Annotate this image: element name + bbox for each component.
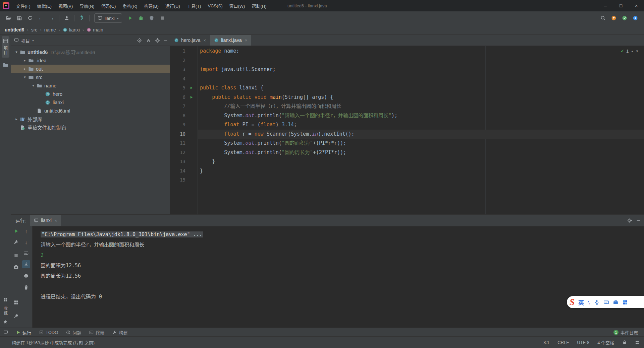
tree-item-out[interactable]: ▸out: [11, 65, 170, 73]
close-icon[interactable]: ×: [55, 218, 57, 223]
menu-item[interactable]: 编辑(E): [34, 0, 55, 11]
menu-item[interactable]: VCS(S): [204, 0, 226, 11]
tree-item-草稿文件和控制台[interactable]: 草稿文件和控制台: [11, 123, 170, 132]
trash-button[interactable]: [22, 283, 30, 291]
update-button[interactable]: [609, 13, 619, 23]
toolwindow-button-运行[interactable]: 运行: [16, 329, 31, 336]
stripe-tab-project[interactable]: 项目: [2, 36, 9, 58]
wrench-button[interactable]: [12, 238, 20, 246]
tool-window-switcher-icon[interactable]: [3, 330, 8, 335]
sync-button[interactable]: [25, 13, 35, 23]
save-button[interactable]: [15, 13, 24, 23]
tree-expand-icon[interactable]: ▸: [22, 67, 28, 71]
menu-item[interactable]: 运行(U): [162, 0, 183, 11]
layout-button[interactable]: [12, 298, 20, 306]
plugin-green-button[interactable]: [620, 13, 629, 23]
toolbox-icon[interactable]: [613, 299, 619, 305]
tree-item-src[interactable]: ▾src: [11, 73, 170, 81]
toolwindow-button-TODO[interactable]: TODO: [39, 330, 58, 335]
gear-icon[interactable]: [155, 38, 160, 43]
gear-icon[interactable]: [627, 218, 632, 223]
tree-expand-icon[interactable]: ▸: [22, 58, 28, 63]
breadcrumb-item-untitled6[interactable]: untitled6: [5, 27, 24, 32]
stripe-favorites-label[interactable]: 收藏: [3, 306, 8, 316]
apps-icon[interactable]: [622, 299, 628, 305]
camera-button[interactable]: [12, 263, 20, 271]
close-button[interactable]: ×: [629, 0, 644, 11]
lock-icon[interactable]: [622, 340, 627, 345]
tree-item-untitled6[interactable]: ▾untitled6D:\java练习\untitled6: [11, 48, 170, 56]
menu-item[interactable]: 重构(R): [119, 0, 141, 11]
down-button[interactable]: ↓: [22, 238, 30, 246]
open-button[interactable]: [4, 13, 13, 23]
printer-button[interactable]: [22, 272, 30, 280]
ime-toolbar[interactable]: S 英 ’,: [567, 296, 644, 308]
mic-icon[interactable]: [594, 299, 600, 305]
star-icon[interactable]: [3, 320, 8, 324]
locate-icon[interactable]: [137, 38, 142, 43]
back-button[interactable]: ←: [36, 13, 46, 23]
run-gutter-icon[interactable]: [188, 83, 194, 93]
breadcrumb-item-src[interactable]: src: [31, 27, 38, 32]
rerun-button[interactable]: [12, 227, 20, 235]
menu-item[interactable]: 工具(T): [183, 0, 205, 11]
tab-hero.java[interactable]: Chero.java×: [170, 35, 210, 46]
breadcrumb-item-lianxi[interactable]: Clianxi: [63, 27, 80, 32]
menu-item[interactable]: 帮助(H): [248, 0, 270, 11]
up-button[interactable]: ↑: [22, 227, 30, 235]
run-config-combo[interactable]: lianxi ▾: [94, 13, 122, 23]
caret-position[interactable]: 8:1: [543, 340, 549, 345]
tree-expand-icon[interactable]: ▾: [30, 83, 36, 88]
tree-item-name[interactable]: ▾name: [11, 81, 170, 90]
menu-item[interactable]: 文件(F): [13, 0, 34, 11]
pin-button[interactable]: [12, 312, 20, 320]
user-button[interactable]: [62, 13, 71, 23]
toolwindow-button-问题[interactable]: 问题: [66, 329, 81, 336]
tree-item-外部库[interactable]: ▸外部库: [11, 115, 170, 123]
debug-button[interactable]: [136, 13, 146, 23]
tree-item-lianxi[interactable]: Clianxi: [11, 98, 170, 107]
close-icon[interactable]: ×: [204, 38, 206, 43]
menu-item[interactable]: 窗口(W): [226, 0, 249, 11]
hammer-button[interactable]: [77, 13, 87, 23]
menu-item[interactable]: 代码(C): [98, 0, 119, 11]
ime-punctuation[interactable]: ’,: [588, 299, 590, 305]
forward-button[interactable]: →: [47, 13, 56, 23]
breadcrumb-item-name[interactable]: name: [44, 27, 56, 32]
tree-item-hero[interactable]: Chero: [11, 90, 170, 98]
plugin-blue-button[interactable]: [631, 13, 640, 23]
chevron-down-icon[interactable]: ▾: [32, 39, 34, 42]
close-icon[interactable]: ×: [245, 38, 248, 43]
tree-expand-icon[interactable]: ▾: [13, 50, 19, 54]
run-button[interactable]: [125, 13, 135, 23]
menu-item[interactable]: 导航(N): [76, 0, 98, 11]
breadcrumb-item-main[interactable]: mmain: [87, 27, 103, 32]
tree-item-untitled6.iml[interactable]: untitled6.iml: [11, 107, 170, 115]
layout-icon[interactable]: [3, 297, 8, 302]
run-tab-lianxi[interactable]: lianxi ×: [30, 215, 61, 226]
event-log-button[interactable]: 1事件日志: [613, 329, 638, 336]
toolwindow-button-终端[interactable]: 终端: [89, 329, 104, 336]
status-widget-icon[interactable]: [635, 340, 639, 345]
run-console[interactable]: "C:\Program Files\Java\jdk1.8.0_301\bin\…: [33, 226, 644, 328]
run-gutter-icon[interactable]: [188, 93, 194, 102]
tab-lianxi.java[interactable]: Clianxi.java×: [210, 35, 251, 46]
ime-mode-toggle[interactable]: 英: [578, 298, 584, 306]
stop-button[interactable]: [12, 252, 20, 260]
keyboard-icon[interactable]: [603, 299, 609, 305]
inspection-widget[interactable]: ✓ 1 ▲ ▼: [621, 49, 639, 54]
tree-expand-icon[interactable]: ▾: [22, 75, 28, 79]
toolwindow-button-构建[interactable]: 构建: [112, 329, 127, 336]
line-separator[interactable]: CRLF: [557, 340, 569, 345]
collapseall-icon[interactable]: [146, 38, 151, 43]
folder-icon[interactable]: [3, 62, 8, 68]
coverage-button[interactable]: [147, 13, 156, 23]
prev-problem-icon[interactable]: ▲: [631, 50, 634, 53]
tree-expand-icon[interactable]: ▸: [13, 117, 19, 121]
minimize-button[interactable]: –: [598, 0, 613, 11]
editor-body[interactable]: 1package name;23import java.util.Scanner…: [170, 46, 644, 214]
next-problem-icon[interactable]: ▼: [636, 50, 639, 53]
sogou-logo[interactable]: S: [570, 297, 575, 307]
menu-item[interactable]: 构建(B): [141, 0, 162, 11]
softwrap-button[interactable]: [22, 249, 30, 257]
